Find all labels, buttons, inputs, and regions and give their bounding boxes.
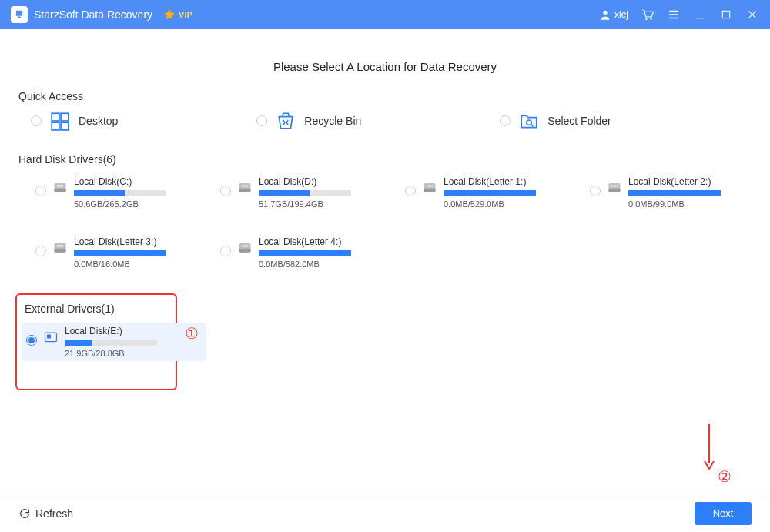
svg-rect-28 [47, 335, 51, 339]
svg-rect-25 [239, 249, 251, 253]
radio-checked[interactable] [26, 335, 37, 346]
ssd-disk-icon: SSD [607, 179, 622, 195]
ssd-disk-icon: SSD [422, 179, 437, 195]
svg-text:SSD: SSD [242, 244, 249, 248]
radio-unchecked[interactable] [256, 115, 267, 126]
page-title: Please Select A Location for Data Recove… [0, 60, 770, 73]
drive-name: Local Disk(C:) [74, 176, 211, 187]
quick-access-title: Quick Access [18, 90, 770, 102]
radio-unchecked[interactable] [405, 186, 416, 196]
radio-unchecked[interactable] [35, 186, 46, 196]
svg-rect-5 [61, 113, 69, 121]
drive-size: 21.9GB/28.8GB [65, 349, 202, 358]
ssd-disk-icon: SSD [237, 179, 253, 195]
maximize-icon[interactable] [719, 8, 733, 22]
drive-name: Local Disk(Letter 3:) [74, 236, 211, 247]
quick-item-recyclebin[interactable]: Recycle Bin [256, 110, 361, 132]
usage-bar [259, 250, 351, 256]
svg-rect-6 [52, 122, 59, 130]
refresh-icon [18, 507, 31, 520]
drive-name: Local Disk(Letter 4:) [259, 236, 396, 247]
ssd-disk-icon: SSD [52, 179, 68, 195]
arrow-down-icon [701, 424, 717, 470]
usage-bar [444, 190, 536, 196]
svg-text:SSD: SSD [57, 184, 64, 188]
drive-name: Local Disk(Letter 1:) [444, 176, 581, 187]
ssd-disk-icon: SSD [52, 239, 68, 255]
next-button[interactable]: Next [695, 502, 752, 525]
quick-label: Recycle Bin [304, 115, 361, 127]
menu-icon[interactable] [667, 8, 681, 22]
ssd-disk-icon: SSD [237, 239, 253, 255]
drive-size: 0.0MB/16.0MB [74, 259, 211, 269]
external-title: External Drivers(1) [25, 303, 171, 315]
svg-rect-22 [55, 249, 66, 253]
radio-unchecked[interactable] [35, 246, 46, 256]
quick-label: Desktop [79, 115, 118, 127]
svg-rect-7 [61, 122, 69, 130]
svg-text:SSD: SSD [242, 184, 249, 188]
footer-bar: Refresh Next [0, 494, 770, 532]
main-content: Please Select A Location for Data Recove… [0, 29, 770, 390]
hard-disk-grid: SSDLocal Disk(C:)50.6GB/265.2GBSSDLocal … [0, 173, 770, 293]
drive-item[interactable]: SSDLocal Disk(Letter 4:)0.0MB/582.0MB [216, 233, 400, 272]
quick-access-row: Desktop Recycle Bin Select Folder [0, 110, 770, 132]
titlebar: StarzSoft Data Recovery VIP xiej [0, 0, 770, 29]
svg-text:SSD: SSD [57, 244, 64, 248]
radio-unchecked[interactable] [220, 186, 231, 196]
vip-badge: VIP [163, 8, 192, 21]
radio-unchecked[interactable] [220, 246, 231, 256]
radio-unchecked[interactable] [31, 115, 42, 126]
folder-search-icon [518, 110, 540, 132]
app-title: StarzSoft Data Recovery [34, 8, 152, 21]
drive-item[interactable]: SSDLocal Disk(D:)51.7GB/199.4GB [216, 173, 400, 212]
drive-item[interactable]: SSDLocal Disk(Letter 2:)0.0MB/99.0MB [585, 173, 770, 212]
usage-bar [65, 340, 157, 346]
svg-text:SSD: SSD [427, 184, 434, 188]
drive-name: Local Disk(E:) [65, 326, 202, 336]
svg-text:SSD: SSD [611, 184, 618, 188]
quick-item-desktop[interactable]: Desktop [31, 110, 118, 132]
close-icon[interactable] [745, 8, 759, 22]
drive-size: 0.0MB/99.0MB [628, 199, 765, 209]
svg-rect-19 [609, 189, 621, 192]
drive-item[interactable]: Local Disk(E:)21.9GB/28.8GB [22, 323, 206, 361]
crown-icon [163, 8, 176, 21]
usage-bar [628, 190, 721, 196]
desktop-icon [49, 110, 71, 132]
svg-rect-3 [722, 11, 729, 18]
recycle-bin-icon [275, 110, 296, 132]
annotation-arrow: ② [687, 424, 732, 486]
vip-text: VIP [179, 10, 192, 19]
svg-point-0 [603, 11, 607, 15]
drive-name: Local Disk(Letter 2:) [628, 176, 765, 187]
svg-rect-16 [424, 189, 436, 192]
hard-disk-title: Hard Disk Drivers(6) [18, 153, 770, 166]
minimize-icon[interactable] [693, 8, 707, 22]
user-account[interactable]: xiej [599, 8, 628, 21]
annotation-step2: ② [718, 467, 732, 486]
drive-size: 50.6GB/265.2GB [74, 199, 211, 209]
drive-size: 0.0MB/529.0MB [444, 199, 581, 209]
usage-bar [259, 190, 351, 196]
drive-size: 51.7GB/199.4GB [259, 199, 396, 209]
drive-item[interactable]: SSDLocal Disk(C:)50.6GB/265.2GB [31, 173, 216, 212]
radio-unchecked[interactable] [590, 186, 601, 196]
usage-bar [74, 250, 166, 256]
quick-label: Select Folder [547, 115, 611, 127]
drive-item[interactable]: SSDLocal Disk(Letter 1:)0.0MB/529.0MB [400, 173, 585, 212]
annotation-step1: ① [185, 324, 199, 343]
user-name: xiej [614, 9, 628, 20]
refresh-label: Refresh [35, 507, 73, 520]
quick-item-folder[interactable]: Select Folder [500, 110, 611, 132]
radio-unchecked[interactable] [500, 115, 511, 126]
svg-rect-10 [55, 189, 66, 192]
cart-icon[interactable] [641, 8, 654, 22]
drive-item[interactable]: SSDLocal Disk(Letter 3:)0.0MB/16.0MB [31, 233, 216, 272]
external-box: External Drivers(1) Local Disk(E:)21.9GB… [15, 293, 177, 390]
app-logo-icon [11, 6, 28, 23]
usage-bar [74, 190, 166, 196]
refresh-button[interactable]: Refresh [18, 507, 73, 520]
svg-rect-4 [52, 113, 59, 121]
external-grid: Local Disk(E:)21.9GB/28.8GB [22, 323, 171, 361]
